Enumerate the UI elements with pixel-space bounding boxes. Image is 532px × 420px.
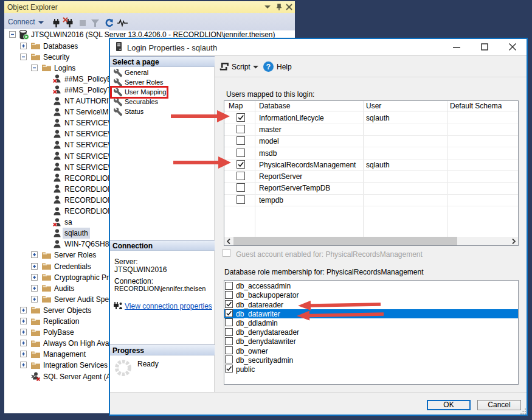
svg-text:?: ? bbox=[266, 63, 271, 71]
